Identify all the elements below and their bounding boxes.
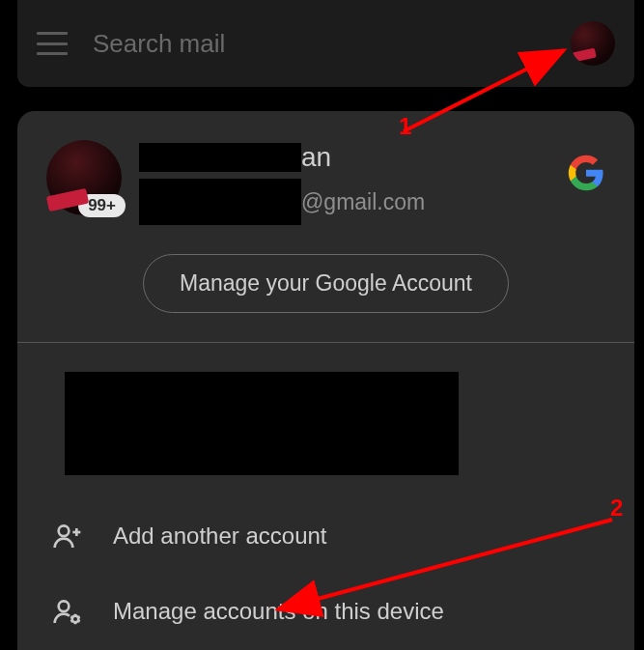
manage-google-account-button[interactable]: Manage your Google Account bbox=[143, 254, 509, 313]
svg-point-4 bbox=[72, 616, 79, 623]
account-name: an bbox=[301, 142, 331, 173]
account-info: an @gmail.com bbox=[139, 140, 605, 225]
manage-person-icon bbox=[49, 593, 86, 630]
redacted-name bbox=[139, 143, 301, 172]
profile-avatar-button[interactable] bbox=[571, 21, 615, 66]
redacted-email bbox=[139, 179, 301, 225]
current-account-header: 99+ an @gmail.com bbox=[17, 140, 634, 254]
add-another-account-item[interactable]: Add another account bbox=[42, 498, 610, 574]
svg-point-0 bbox=[59, 525, 70, 536]
google-logo-icon bbox=[567, 154, 605, 192]
menu-label: Add another account bbox=[113, 523, 327, 550]
menu-label: Manage accounts on this device bbox=[113, 598, 444, 625]
search-input[interactable]: Search mail bbox=[93, 29, 571, 59]
redacted-secondary-account[interactable] bbox=[65, 372, 459, 475]
search-bar[interactable]: Search mail bbox=[17, 0, 634, 87]
account-email: @gmail.com bbox=[301, 189, 425, 215]
secondary-section: Add another account Manage accounts on t… bbox=[17, 343, 634, 649]
manage-accounts-device-item[interactable]: Manage accounts on this device bbox=[42, 574, 610, 649]
unread-badge: 99+ bbox=[78, 194, 126, 217]
hamburger-menu-icon[interactable] bbox=[37, 32, 68, 55]
account-avatar: 99+ bbox=[46, 140, 122, 215]
add-person-icon bbox=[49, 518, 86, 554]
svg-point-3 bbox=[59, 601, 70, 611]
account-switcher-panel: 99+ an @gmail.com Manage your Google Acc… bbox=[17, 111, 634, 650]
